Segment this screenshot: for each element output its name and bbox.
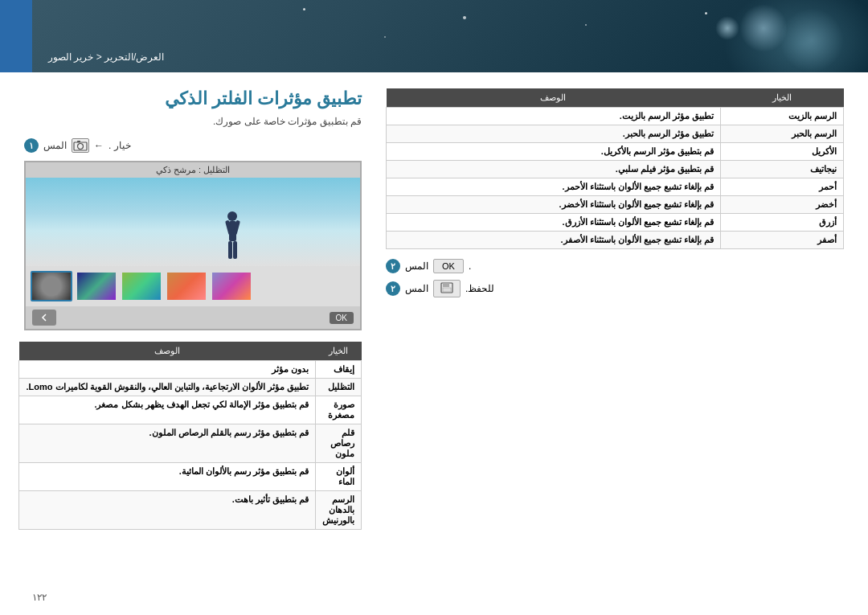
camera-ui: التظليل : مرشح ذكي: [24, 161, 362, 330]
desc-cell: قم بإلغاء تشبع جميع الألوان باستثناء الأ…: [387, 232, 721, 249]
desc-cell: قم بإلغاء تشبع جميع الألوان باستثناء الأ…: [387, 214, 721, 232]
table-row: أزرققم بإلغاء تشبع جميع الألوان باستثناء…: [387, 214, 844, 232]
step1-text: المس: [43, 140, 67, 151]
bottom-table-header-desc: الوصف: [19, 342, 316, 361]
desc-cell: قم بتطبيق تأثير باهت.: [19, 491, 316, 530]
bottom-table-header-option: الخيار: [316, 342, 362, 361]
option-cell: أحمر: [720, 178, 843, 196]
silhouette: [223, 210, 243, 266]
table-row: أحمرقم بإلغاء تشبع جميع الألوان باستثناء…: [387, 178, 844, 196]
step2-ok-row: . OK المس ٢: [386, 259, 844, 273]
star-decoration: [585, 24, 587, 26]
main-content: الخيار الوصف الرسم بالزيتتطبيق مؤثر الرس…: [0, 72, 868, 615]
right-panel: تطبيق مؤثرات الفلتر الذكي قم بتطبيق مؤثر…: [24, 88, 362, 599]
option-cell: نيجاتيف: [720, 161, 843, 178]
option-cell: أخضر: [720, 196, 843, 214]
camera-thumbnails: [26, 266, 360, 306]
option-cell: الرسم بالحبر: [720, 125, 843, 143]
filter-options-table: الخيار الوصف إيقافبدون مؤثرالتظليلتطبيق …: [18, 342, 362, 530]
glow-decoration: [715, 16, 739, 40]
breadcrumb: العرض/التحرير < خرير الصور: [48, 51, 164, 63]
glow-decoration: [739, 4, 788, 52]
table-row: أخضرقم بإلغاء تشبع جميع الألوان باستثناء…: [387, 196, 844, 214]
step2-save-suffix: للحفظ.: [465, 283, 494, 294]
thumb-0[interactable]: [31, 271, 72, 301]
table-row: الأكريلقم بتطبيق مؤثر الرسم بالأكريل.: [387, 143, 844, 161]
table-row: الرسم بالزيتتطبيق مؤثر الرسم بالزيت.: [387, 108, 844, 125]
camera-ui-header: التظليل : مرشح ذكي: [26, 162, 360, 178]
option-cell: إيقاف: [316, 361, 362, 379]
page-number: ١٢٢: [32, 592, 47, 603]
desc-cell: تطبيق مؤثر الألوان الارتجاعية، والتباين …: [19, 379, 316, 396]
desc-cell: قم بإلغاء تشبع جميع الألوان باستثناء الأ…: [387, 178, 721, 196]
svg-rect-11: [233, 241, 237, 259]
star-decoration: [705, 12, 707, 14]
option-cell: التظليل: [316, 379, 362, 396]
desc-cell: قم بتطبيق مؤثر فيلم سلبي.: [387, 161, 721, 178]
desc-cell: قم بتطبيق مؤثر رسم بالألوان المائية.: [19, 463, 316, 491]
table-row: الرسم بالحبرتطبيق مؤثر الرسم بالحبر.: [387, 125, 844, 143]
step1-suffix: خيار .: [108, 140, 131, 151]
step2-ok-number: ٢: [386, 259, 400, 273]
left-panel: الخيار الوصف الرسم بالزيتتطبيق مؤثر الرس…: [386, 88, 844, 599]
option-cell: قلم رصاص ملون: [316, 424, 362, 463]
thumb-2[interactable]: [121, 271, 162, 301]
svg-rect-10: [228, 241, 232, 259]
table-header-desc: الوصف: [387, 88, 721, 108]
desc-cell: تطبيق مؤثر الرسم بالزيت.: [387, 108, 721, 125]
option-cell: ألوان الماء: [316, 463, 362, 491]
svg-rect-1: [443, 283, 449, 287]
page-header: العرض/التحرير < خرير الصور: [0, 0, 868, 72]
accent-bar: [0, 0, 32, 72]
step1-camera-icon: [72, 138, 89, 153]
star-decoration: [463, 16, 466, 19]
desc-cell: تطبيق مؤثر الرسم بالحبر.: [387, 125, 721, 143]
star-decoration: [384, 36, 386, 38]
step2-save-number: ٢: [386, 281, 400, 296]
svg-rect-5: [77, 141, 80, 142]
desc-cell: قم بتطبيق مؤثر الرسم بالأكريل.: [387, 143, 721, 161]
save-icon-display: [433, 280, 461, 297]
option-cell: صورة مصغرة: [316, 396, 362, 424]
table-row: الرسم بالدهان بالورنيشقم بتطبيق تأثير با…: [19, 491, 362, 530]
section-title: تطبيق مؤثرات الفلتر الذكي: [24, 88, 362, 109]
table-row: إيقافبدون مؤثر: [19, 361, 362, 379]
step1-number: ١: [24, 138, 39, 153]
desc-cell: قم بتطبيق مؤثر رسم بالقلم الرصاص الملون.: [19, 424, 316, 463]
thumb-3[interactable]: [166, 271, 207, 301]
table-row: أصفرقم بإلغاء تشبع جميع الألوان باستثناء…: [387, 232, 844, 249]
camera-preview: [26, 178, 360, 266]
camera-controls: OK: [26, 306, 360, 329]
step2-ok-suffix: .: [469, 260, 471, 272]
step1-line: خيار . ← المس ١: [24, 138, 362, 153]
table-row: نيجاتيفقم بتطبيق مؤثر فيلم سلبي.: [387, 161, 844, 178]
step1-arrow: ←: [94, 140, 104, 151]
svg-point-6: [227, 211, 237, 221]
table-row: صورة مصغرةقم بتطبيق مؤثر الإمالة لكي تجع…: [19, 396, 362, 424]
svg-rect-2: [443, 288, 451, 292]
star-decoration: [303, 8, 305, 10]
desc-cell: قم بتطبيق مؤثر الإمالة لكي تجعل الهدف يظ…: [19, 396, 316, 424]
step2-ok-text: المس: [405, 260, 428, 272]
ok-button-display: OK: [433, 259, 464, 273]
table-row: التظليلتطبيق مؤثر الألوان الارتجاعية، وا…: [19, 379, 362, 396]
option-cell: الرسم بالزيت: [720, 108, 843, 125]
table-header-option: الخيار: [720, 88, 843, 108]
option-cell: الرسم بالدهان بالورنيش: [316, 491, 362, 530]
table-row: ألوان الماءقم بتطبيق مؤثر رسم بالألوان ا…: [19, 463, 362, 491]
camera-back-button[interactable]: [32, 310, 56, 326]
option-cell: أزرق: [720, 214, 843, 232]
step2-save-text: المس: [405, 283, 428, 294]
camera-ok-button[interactable]: OK: [330, 312, 354, 324]
desc-cell: بدون مؤثر: [19, 361, 316, 379]
table-row: قلم رصاص ملونقم بتطبيق مؤثر رسم بالقلم ا…: [19, 424, 362, 463]
option-cell: الأكريل: [720, 143, 843, 161]
section-desc: قم بتطبيق مؤثرات خاصة على صورك.: [24, 116, 362, 127]
thumb-4[interactable]: [211, 271, 252, 301]
options-table: الخيار الوصف الرسم بالزيتتطبيق مؤثر الرس…: [386, 88, 844, 249]
thumb-1[interactable]: [76, 271, 117, 301]
svg-point-4: [78, 144, 84, 150]
option-cell: أصفر: [720, 232, 843, 249]
desc-cell: قم بإلغاء تشبع جميع الألوان باستثناء الأ…: [387, 196, 721, 214]
step2-save-row: للحفظ. المس ٢: [386, 280, 844, 297]
